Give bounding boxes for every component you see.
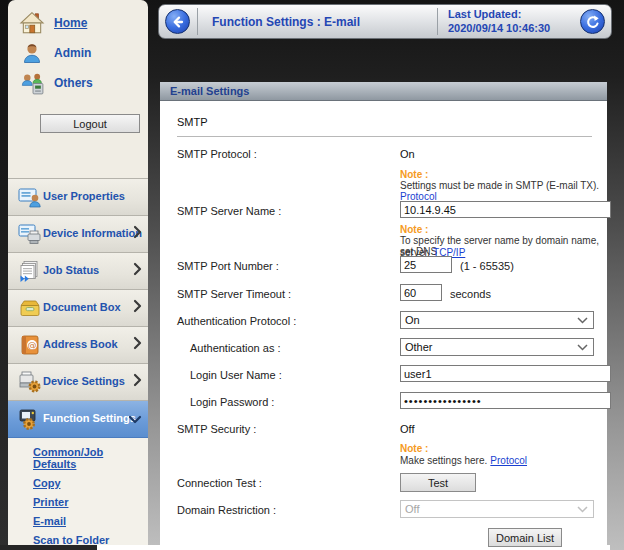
- sidebar-user-properties-label: User Properties: [43, 191, 125, 203]
- sidebar-device-settings-label: Device Settings: [43, 376, 125, 388]
- top-toolbar: Function Settings : E-mail Last Updated:…: [158, 4, 612, 39]
- sidebar-item-admin[interactable]: Admin: [8, 38, 148, 68]
- sidebar-item-document-box[interactable]: Document Box: [8, 290, 148, 327]
- smtp-port-label: SMTP Port Number :: [177, 260, 279, 272]
- sidebar-subitem-email[interactable]: E-mail: [33, 515, 148, 527]
- sidebar-submenu: Common/Job Defaults Copy Printer E-mail …: [8, 438, 148, 545]
- job-status-icon: [17, 259, 42, 283]
- address-book-icon: @: [17, 333, 42, 357]
- sidebar-item-device-settings[interactable]: Device Settings: [8, 364, 148, 401]
- last-updated: Last Updated: 2020/09/14 10:46:30: [438, 8, 578, 36]
- smtp-timeout-label: SMTP Server Timeout :: [177, 288, 291, 300]
- login-user-label: Login User Name :: [190, 369, 282, 381]
- test-button[interactable]: Test: [400, 473, 476, 492]
- sidebar-function-settings-label: Function Settings: [43, 413, 136, 425]
- left-edge-strip: [0, 0, 8, 550]
- document-box-icon: [17, 296, 42, 320]
- logout-button[interactable]: Logout: [40, 114, 140, 133]
- select-chevron-icon: [577, 344, 588, 351]
- select-chevron-icon: [577, 317, 588, 324]
- auth-protocol-select[interactable]: On: [400, 311, 594, 329]
- sidebar-home-label: Home: [54, 16, 87, 30]
- smtp-security-label: SMTP Security :: [177, 423, 256, 435]
- sidebar-subitem-copy[interactable]: Copy: [33, 477, 148, 489]
- note-text-line: Make settings here. Protocol: [400, 454, 527, 466]
- chevron-right-icon: [133, 336, 142, 354]
- smtp-timeout-unit: seconds: [450, 288, 491, 300]
- back-arrow-icon: [170, 14, 186, 30]
- smtp-port-hint: (1 - 65535): [460, 260, 514, 272]
- last-updated-label: Last Updated:: [448, 8, 578, 22]
- sidebar-item-device-information[interactable]: Device Information: [8, 216, 148, 253]
- bottom-dark-strip: [0, 545, 97, 550]
- sidebar-subitem-printer[interactable]: Printer: [33, 496, 148, 508]
- sidebar-job-status-label: Job Status: [43, 265, 99, 277]
- user-properties-icon: [17, 185, 42, 209]
- chevron-right-icon: [133, 373, 142, 391]
- login-password-label: Login Password :: [190, 396, 274, 408]
- sidebar-item-home[interactable]: Home: [8, 8, 148, 38]
- smtp-timeout-input[interactable]: [400, 284, 442, 301]
- section-title-smtp: SMTP: [177, 116, 208, 128]
- smtp-server-name-input[interactable]: [400, 201, 611, 218]
- section-divider: [177, 136, 592, 137]
- refresh-icon: [585, 14, 601, 30]
- last-updated-value: 2020/09/14 10:46:30: [448, 22, 578, 36]
- smtp-server-name-label: SMTP Server Name :: [177, 205, 281, 217]
- chevron-right-icon: [133, 299, 142, 317]
- back-button[interactable]: [165, 9, 190, 34]
- page-title: Function Settings : E-mail: [198, 15, 430, 29]
- sidebar-item-user-properties[interactable]: User Properties: [8, 179, 148, 216]
- sidebar-others-label: Others: [54, 76, 93, 90]
- sidebar-admin-label: Admin: [54, 46, 91, 60]
- home-icon: [18, 10, 46, 36]
- sidebar-address-book-label: Address Book: [43, 339, 118, 351]
- smtp-protocol-label: SMTP Protocol :: [177, 148, 257, 160]
- sidebar-account-section: Home Admin: [8, 0, 148, 178]
- sidebar-subitem-common-job-defaults[interactable]: Common/Job Defaults: [33, 446, 148, 470]
- sidebar-device-information-label: Device Information: [43, 228, 142, 240]
- smtp-security-value: Off: [400, 423, 414, 435]
- sidebar-document-box-label: Document Box: [43, 302, 121, 314]
- select-chevron-icon: [577, 506, 588, 513]
- refresh-button[interactable]: [580, 9, 605, 34]
- admin-icon: [18, 40, 46, 66]
- smtp-port-input[interactable]: [400, 256, 452, 273]
- auth-protocol-label: Authentication Protocol :: [177, 315, 296, 327]
- domain-list-button[interactable]: Domain List: [488, 528, 562, 547]
- domain-restriction-select[interactable]: Off: [400, 500, 594, 518]
- domain-restriction-label: Domain Restriction :: [177, 504, 276, 516]
- note-title: Note :: [400, 169, 428, 180]
- smtp-protocol-value: On: [400, 148, 415, 160]
- connection-test-label: Connection Test :: [177, 477, 262, 489]
- sidebar: Home Admin: [8, 0, 148, 545]
- chevron-right-icon: [133, 262, 142, 280]
- content-header-title: E-mail Settings: [160, 82, 607, 101]
- svg-text:@: @: [27, 340, 36, 350]
- protocol-link[interactable]: Protocol: [490, 455, 527, 466]
- chevron-down-icon: [128, 410, 142, 428]
- sidebar-subitem-scan-to-folder[interactable]: Scan to Folder: [33, 534, 148, 545]
- note-text: Settings must be made in SMTP (E-mail TX…: [400, 180, 599, 191]
- auth-as-select[interactable]: Other: [400, 338, 594, 356]
- login-password-input[interactable]: [400, 392, 611, 409]
- function-settings-icon: [17, 407, 42, 431]
- sidebar-item-function-settings[interactable]: Function Settings: [8, 401, 148, 438]
- auth-as-label: Authentication as :: [190, 342, 281, 354]
- device-settings-icon: [17, 370, 42, 394]
- content-panel: E-mail Settings SMTP SMTP Protocol : On …: [160, 82, 607, 550]
- device-information-icon: [17, 222, 42, 246]
- login-user-input[interactable]: [400, 365, 611, 382]
- sidebar-item-address-book[interactable]: @ Address Book: [8, 327, 148, 364]
- others-icon: [18, 70, 46, 96]
- sidebar-item-others[interactable]: Others: [8, 68, 148, 98]
- note-title: Note :: [400, 224, 428, 235]
- note-title: Note :: [400, 443, 428, 454]
- sidebar-item-job-status[interactable]: Job Status: [8, 253, 148, 290]
- sidebar-menu: User Properties Device Information: [8, 178, 148, 438]
- chevron-right-icon: [133, 225, 142, 243]
